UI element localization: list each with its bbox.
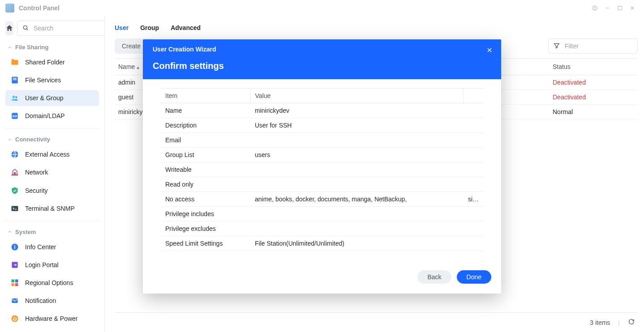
cell-value bbox=[250, 133, 464, 148]
search-input-wrap[interactable] bbox=[17, 21, 105, 36]
cell-extra bbox=[464, 148, 483, 162]
sidebar-item-label: Notification bbox=[25, 297, 56, 304]
section-file-sharing[interactable]: File Sharing bbox=[4, 40, 101, 53]
sidebar-item-label: Hardware & Power bbox=[25, 315, 78, 322]
sidebar-item-file-services[interactable]: File Services bbox=[5, 72, 99, 88]
cell-item: Group List bbox=[161, 148, 250, 162]
svg-rect-9 bbox=[13, 78, 17, 79]
cell-value: minirickydev bbox=[250, 103, 464, 118]
modal-close-button[interactable] bbox=[484, 45, 495, 55]
cell-item: Privilege excludes bbox=[161, 221, 250, 236]
svg-rect-23 bbox=[15, 279, 18, 282]
sidebar-item-hardware-power[interactable]: Hardware & Power bbox=[5, 311, 99, 327]
user-creation-wizard-modal: User Creation Wizard Confirm settings It… bbox=[143, 39, 501, 294]
sidebar-item-label: External Access bbox=[25, 151, 70, 158]
sort-ascending-icon: ▲ bbox=[136, 65, 140, 70]
cell-item: No access bbox=[161, 192, 250, 207]
info-icon bbox=[10, 242, 20, 252]
cell-item: Speed Limit Settings bbox=[161, 236, 250, 251]
reload-button[interactable] bbox=[628, 318, 635, 327]
column-item: Item bbox=[161, 89, 250, 103]
sidebar-item-info-center[interactable]: Info Center bbox=[5, 239, 99, 255]
cell-extra bbox=[464, 207, 483, 221]
notification-icon bbox=[10, 296, 20, 306]
section-connectivity[interactable]: Connectivity bbox=[4, 132, 101, 145]
sidebar-item-terminal-snmp[interactable]: Terminal & SNMP bbox=[5, 200, 99, 217]
svg-rect-10 bbox=[13, 79, 17, 80]
sidebar-item-domain-ldap[interactable]: AD Domain/LDAP bbox=[5, 108, 99, 124]
svg-line-7 bbox=[26, 29, 28, 30]
cell-extra bbox=[464, 177, 483, 192]
sidebar-item-external-access[interactable]: External Access bbox=[5, 146, 99, 162]
sidebar-item-notification[interactable]: Notification bbox=[5, 293, 99, 309]
cell-status: Normal bbox=[549, 105, 630, 119]
svg-point-20 bbox=[14, 245, 15, 246]
sidebar-item-label: Network bbox=[25, 169, 48, 176]
done-button[interactable]: Done bbox=[457, 270, 491, 284]
help-icon[interactable] bbox=[588, 5, 601, 11]
login-portal-icon bbox=[10, 260, 20, 270]
table-row: Read only bbox=[161, 177, 483, 192]
maximize-icon[interactable] bbox=[614, 5, 626, 11]
sidebar-item-label: Terminal & SNMP bbox=[25, 205, 74, 212]
hardware-power-icon bbox=[10, 314, 20, 323]
network-icon bbox=[10, 167, 20, 177]
domain-ldap-icon: AD bbox=[10, 111, 20, 121]
modal-title: User Creation Wizard bbox=[153, 46, 491, 53]
cell-extra bbox=[464, 103, 483, 118]
svg-rect-22 bbox=[12, 279, 15, 282]
terminal-icon bbox=[10, 204, 20, 213]
sidebar-item-login-portal[interactable]: Login Portal bbox=[5, 257, 99, 273]
home-button[interactable] bbox=[5, 21, 13, 35]
column-value: Value bbox=[250, 89, 464, 103]
section-system[interactable]: System bbox=[4, 225, 101, 238]
tab-user[interactable]: User bbox=[115, 21, 129, 34]
svg-rect-19 bbox=[14, 246, 15, 249]
svg-rect-16 bbox=[14, 172, 16, 175]
sidebar-item-security[interactable]: Security bbox=[5, 182, 99, 198]
globe-icon bbox=[10, 149, 20, 159]
regional-icon bbox=[10, 278, 20, 288]
back-button[interactable]: Back bbox=[417, 270, 451, 284]
cell-item: Read only bbox=[161, 177, 250, 192]
table-row: Group Listusers bbox=[161, 148, 483, 162]
svg-text:AD: AD bbox=[13, 115, 17, 119]
sidebar-item-shared-folder[interactable]: Shared Folder bbox=[5, 54, 99, 70]
tab-advanced[interactable]: Advanced bbox=[171, 21, 201, 34]
folder-icon bbox=[10, 57, 20, 67]
app-title: Control Panel bbox=[19, 4, 60, 12]
column-status[interactable]: Status bbox=[549, 59, 630, 75]
svg-point-12 bbox=[15, 96, 17, 98]
item-count: 3 items bbox=[590, 319, 610, 326]
file-services-icon bbox=[10, 75, 20, 85]
cell-value bbox=[250, 221, 464, 236]
cell-extra bbox=[464, 236, 483, 251]
sidebar-item-network[interactable]: Network bbox=[5, 164, 99, 180]
titlebar: Control Panel bbox=[0, 0, 644, 16]
cell-item: Description bbox=[161, 118, 250, 133]
sidebar-item-label: Regional Options bbox=[25, 279, 73, 286]
sidebar-item-label: File Services bbox=[25, 77, 61, 84]
section-label: File Sharing bbox=[15, 44, 48, 51]
sidebar: File Sharing Shared Folder File Services… bbox=[0, 16, 105, 332]
table-row: Privilege includes bbox=[161, 207, 483, 221]
table-row: Email bbox=[161, 133, 483, 148]
tab-group[interactable]: Group bbox=[140, 21, 159, 34]
footer-bar: 3 items | bbox=[115, 312, 638, 332]
sidebar-item-regional-options[interactable]: Regional Options bbox=[5, 275, 99, 291]
sidebar-item-label: Security bbox=[25, 187, 48, 194]
filter-icon bbox=[553, 42, 560, 51]
filter-input[interactable] bbox=[564, 42, 644, 50]
svg-point-11 bbox=[13, 96, 15, 98]
cell-extra bbox=[464, 221, 483, 236]
search-input[interactable] bbox=[33, 24, 105, 32]
table-row: Speed Limit SettingsFile Station(Unlimit… bbox=[161, 236, 483, 251]
filter-input-wrap[interactable] bbox=[548, 38, 638, 54]
cell-extra bbox=[464, 133, 483, 148]
cell-value: users bbox=[250, 148, 464, 162]
close-icon[interactable] bbox=[626, 5, 639, 11]
sidebar-item-user-group[interactable]: User & Group bbox=[5, 90, 99, 106]
cell-item: Privilege includes bbox=[161, 207, 250, 221]
minimize-icon[interactable] bbox=[601, 5, 614, 11]
svg-rect-24 bbox=[12, 283, 15, 286]
